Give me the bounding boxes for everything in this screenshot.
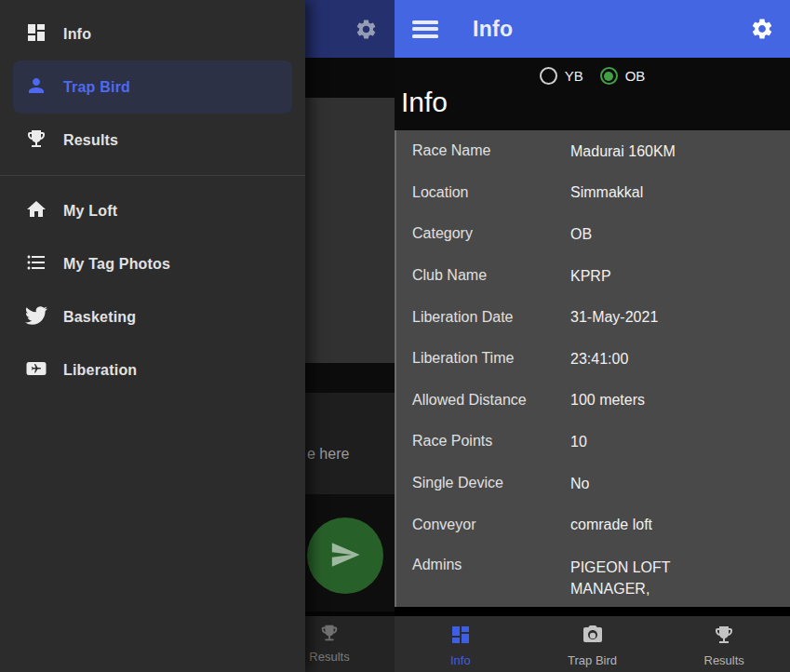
table-row: Liberation Date 31-May-2021	[396, 296, 790, 338]
row-value: PIGEON LOFT MANAGER,	[570, 557, 729, 599]
send-icon	[329, 539, 361, 573]
row-label: Race Name	[396, 142, 570, 159]
drawer-item-label: Info	[63, 26, 91, 43]
right-top-area: YB OB Info	[395, 58, 790, 130]
trophy-icon	[319, 623, 340, 647]
radio-circle-yb	[540, 67, 557, 85]
row-label: Club Name	[396, 267, 570, 284]
row-value: 31-May-2021	[570, 306, 658, 328]
drawer-item-label: Trap Bird	[63, 79, 130, 96]
right-header: Info	[395, 0, 790, 58]
row-value: comrade loft	[570, 514, 652, 535]
trophy-icon	[713, 624, 735, 650]
bottom-navigation: Info Trap Bird Results	[395, 616, 790, 672]
screen-gap	[395, 607, 790, 616]
row-label: Location	[396, 184, 570, 201]
drawer-divider	[0, 175, 305, 176]
drawer-item-label: My Loft	[63, 203, 117, 220]
row-value: 10	[570, 431, 587, 452]
row-label: Single Device	[396, 475, 570, 491]
camera-icon	[582, 624, 604, 650]
row-value: KPRP	[570, 265, 611, 287]
page-title: Info	[473, 17, 513, 42]
drawer-item-my-loft[interactable]: My Loft	[13, 184, 292, 237]
drawer-item-trap-bird[interactable]: Trap Bird	[13, 60, 292, 114]
race-info-table: Race Name Madurai 160KM Location Simmakk…	[395, 130, 790, 607]
input-placeholder-fragment: e here	[307, 446, 349, 463]
app-screenshot: e here Results Info	[0, 0, 790, 672]
category-radio-group: YB OB	[395, 58, 790, 85]
table-row: Race Points 10	[396, 421, 790, 463]
row-label: Race Points	[396, 433, 570, 450]
person-icon	[25, 74, 47, 101]
table-row: Conveyor comrade loft	[396, 504, 790, 545]
row-value: Simmakkal	[570, 181, 643, 203]
row-value: No	[570, 473, 589, 494]
bottom-nav-info[interactable]: Info	[395, 616, 527, 672]
radio-option-yb[interactable]: YB	[540, 67, 583, 85]
table-row: Liberation Time 23:41:00	[396, 338, 790, 380]
radio-option-ob[interactable]: OB	[600, 67, 646, 85]
table-row: Category OB	[396, 213, 790, 255]
right-screen: Info YB OB Info Race Name Madurai	[395, 0, 790, 672]
drawer-item-info[interactable]: Info	[13, 7, 292, 60]
twitter-bird-icon	[25, 304, 47, 330]
row-label: Category	[396, 225, 570, 242]
dashboard-icon	[25, 21, 47, 47]
row-label: Admins	[396, 557, 570, 573]
bottom-nav-trap-bird[interactable]: Trap Bird	[527, 616, 659, 672]
row-value: 23:41:00	[570, 348, 628, 370]
row-label: Liberation Time	[396, 350, 570, 367]
drawer-item-label: My Tag Photos	[63, 256, 170, 273]
list-icon	[25, 251, 47, 277]
dashboard-icon	[449, 624, 472, 650]
send-button[interactable]	[307, 517, 383, 594]
bottom-nav-label: Trap Bird	[568, 653, 617, 667]
table-row: Race Name Madurai 160KM	[396, 130, 790, 172]
left-nav-results-label: Results	[309, 650, 349, 664]
radio-circle-ob	[600, 67, 618, 85]
drawer-item-results[interactable]: Results	[13, 114, 292, 167]
bottom-nav-results[interactable]: Results	[658, 616, 790, 672]
table-row: Single Device No	[396, 463, 790, 504]
row-label: Allowed Distance	[396, 392, 570, 409]
drawer-item-label: Results	[63, 132, 118, 149]
table-row: Admins PIGEON LOFT MANAGER,	[396, 545, 790, 607]
trophy-icon	[25, 128, 47, 154]
row-value: Madurai 160KM	[570, 141, 676, 162]
section-title: Info	[401, 87, 448, 118]
gear-icon[interactable]	[750, 17, 774, 41]
row-value: OB	[570, 223, 592, 245]
drawer-item-label: Basketing	[63, 309, 136, 326]
drawer-item-basketing[interactable]: Basketing	[13, 290, 292, 343]
table-row: Club Name KPRP	[396, 255, 790, 297]
drawer-item-label: Liberation	[63, 362, 137, 379]
radio-label: YB	[565, 68, 583, 84]
table-row: Allowed Distance 100 meters	[396, 380, 790, 422]
airplane-ticket-icon	[25, 357, 47, 383]
drawer-item-liberation[interactable]: Liberation	[13, 343, 292, 396]
home-icon	[25, 198, 47, 224]
bottom-nav-label: Results	[704, 653, 744, 667]
row-value: 100 meters	[570, 389, 645, 410]
hamburger-icon[interactable]	[412, 20, 438, 38]
drawer-item-my-tag-photos[interactable]: My Tag Photos	[13, 237, 292, 290]
row-label: Conveyor	[396, 517, 570, 533]
radio-label: OB	[625, 68, 646, 84]
bottom-nav-label: Info	[450, 653, 471, 667]
gear-icon[interactable]	[355, 18, 378, 41]
navigation-drawer: Info Trap Bird Results My Loft My	[0, 0, 305, 672]
row-label: Liberation Date	[396, 309, 570, 326]
table-row: Location Simmakkal	[396, 172, 790, 214]
